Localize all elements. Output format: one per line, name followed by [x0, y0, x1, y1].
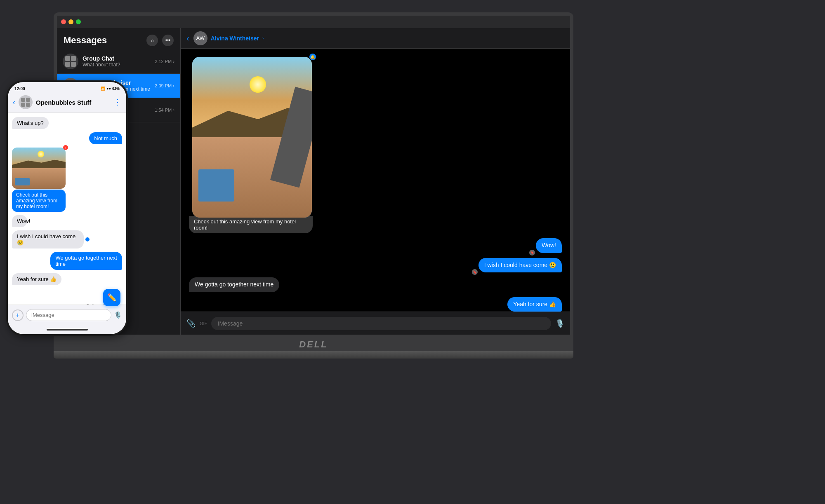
laptop-base — [54, 351, 573, 359]
maximize-button[interactable] — [76, 19, 81, 24]
wow-message-row: 🔖 Wow! — [189, 238, 562, 253]
laptop-brand-bar: DELL — [54, 338, 573, 351]
brand-label: DELL — [299, 339, 328, 350]
laptop: Messages ⌕ ••• — [54, 12, 573, 367]
signal-icon: ●● — [106, 87, 111, 91]
home-bar — [8, 325, 126, 334]
chat-messages: 🔔 Check out this amazing vi — [181, 49, 570, 312]
attach-icon[interactable]: 📎 — [186, 319, 196, 328]
phone-mic-icon[interactable]: 🎙️ — [114, 311, 122, 319]
phone-group-avatar — [19, 95, 33, 109]
silent-button — [6, 111, 7, 123]
phone-received-message: What's up? — [12, 117, 49, 129]
volume-down-button — [6, 151, 7, 170]
chat-input-bar: 📎 GIF 🎙️ — [181, 312, 570, 335]
contact-info[interactable]: AW Alvina Wintheiser › — [193, 31, 264, 45]
app-title: Messages — [64, 35, 107, 46]
phone-image-caption: Check out this amazing view from my hote… — [12, 190, 66, 212]
gif-button[interactable]: GIF — [200, 321, 207, 326]
sent-message: I wish I could have come 😢 — [478, 258, 562, 273]
sent-message: Yeah for sure 👍 — [507, 297, 562, 312]
image-message: 🔔 Check out this amazing vi — [189, 57, 313, 233]
phone: 12:00 📶 ●● 92% ‹ Open — [6, 80, 128, 336]
titlebar — [57, 16, 570, 28]
chat-header: ‹ AW Alvina Wintheiser › — [181, 28, 570, 49]
power-button — [127, 115, 128, 140]
wow-row: Wow! — [12, 215, 35, 227]
close-button[interactable] — [61, 19, 66, 24]
phone-image-message: ! Check out this amazing view from my ho… — [12, 148, 66, 212]
search-button[interactable]: ⌕ — [146, 35, 158, 46]
phone-more-button[interactable]: ⋮ — [114, 98, 121, 107]
yeah-message-row: Yeah for sure 👍 — [189, 297, 562, 312]
phone-received-message: Yeah for sure 👍 — [12, 273, 61, 285]
status-indicators: 📶 ●● 92% — [101, 87, 120, 91]
contact-name: Alvina Wintheiser — [211, 35, 259, 42]
phone-back-button[interactable]: ‹ — [13, 98, 15, 107]
phone-add-button[interactable]: + — [12, 309, 24, 321]
phone-message-input[interactable] — [26, 309, 111, 321]
contact-avatar: AW — [193, 31, 207, 45]
app-content: Messages ⌕ ••• — [57, 28, 570, 335]
wish-message-row: 🔖 I wish I could have come 😢 — [189, 258, 562, 273]
phone-received-message: I wish I could have come 😢 — [12, 230, 84, 248]
sidebar-actions: ⌕ ••• — [146, 35, 174, 46]
wifi-icon: 📶 — [101, 87, 105, 91]
more-icon: ••• — [165, 38, 171, 43]
status-bar: 12:00 📶 ●● 92% — [8, 82, 126, 94]
search-icon: ⌕ — [151, 38, 154, 43]
chevron-right-icon: › — [262, 36, 264, 40]
minimize-button[interactable] — [68, 19, 73, 24]
chat-area: ‹ AW Alvina Wintheiser › 🔔 — [181, 28, 570, 335]
phone-chat-title: Openbubbles Stuff — [36, 99, 111, 106]
avatar — [63, 54, 78, 69]
back-button[interactable]: ‹ — [186, 33, 189, 43]
hotel-view-image — [192, 57, 312, 218]
compose-button[interactable]: ✏️ — [103, 289, 120, 306]
phone-input-bar: + 🎙️ — [8, 305, 126, 325]
volume-up-button — [6, 129, 7, 148]
wish-row: I wish I could have come 😢 — [12, 230, 122, 248]
battery-label: 92% — [112, 87, 120, 91]
phone-screen: 12:00 📶 ●● 92% ‹ Open — [8, 82, 126, 334]
sidebar-header: Messages ⌕ ••• — [57, 28, 180, 49]
image-caption: Check out this amazing view from my hote… — [189, 216, 313, 233]
conversation-details: Group Chat What about that? — [82, 55, 151, 68]
laptop-screen: Messages ⌕ ••• — [54, 12, 573, 338]
conversation-time: 2:09 PM › — [155, 83, 174, 88]
phone-received-message: Wow! — [12, 215, 27, 227]
phone-hotel-image — [12, 148, 66, 189]
received-message: We gotta go together next time — [189, 277, 279, 292]
sent-message: Wow! — [536, 238, 562, 253]
conversation-name: Group Chat — [82, 55, 151, 62]
conversation-preview: What about that? — [82, 62, 151, 68]
conversation-time: 2:12 PM › — [155, 59, 174, 64]
more-button[interactable]: ••• — [162, 35, 174, 46]
pencil-icon: ✏️ — [107, 293, 116, 302]
phone-chat-header: ‹ Openbubbles Stuff ⋮ — [8, 94, 126, 113]
phone-sent-message: Not much — [89, 132, 122, 144]
conversation-item[interactable]: Group Chat What about that? 2:12 PM › — [57, 49, 180, 74]
phone-body: 12:00 📶 ●● 92% ‹ Open — [6, 80, 128, 336]
phone-messages: What's up? Not much ! Check — [8, 113, 126, 305]
message-input[interactable] — [211, 317, 551, 330]
conversation-time: 1:54 PM › — [155, 108, 174, 113]
status-time: 12:00 — [14, 87, 25, 91]
home-indicator — [47, 329, 88, 331]
unread-dot — [85, 237, 90, 241]
phone-sent-message: We gotta go together next time — [50, 252, 122, 270]
mic-icon[interactable]: 🎙️ — [555, 319, 564, 328]
